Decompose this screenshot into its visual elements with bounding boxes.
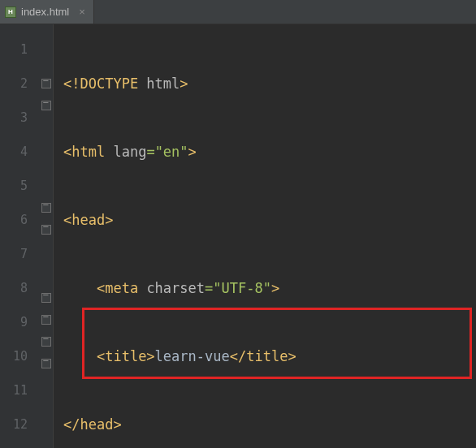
tab-bar: H index.html × [0, 0, 476, 24]
line-number: 11 [0, 373, 28, 407]
line-number: 4 [0, 135, 28, 169]
line-number: 12 [0, 407, 28, 442]
fold-toggle-icon[interactable] [41, 79, 51, 88]
line-number: 7 [0, 237, 28, 271]
fold-toggle-icon[interactable] [41, 315, 51, 325]
fold-toggle-icon[interactable] [41, 203, 51, 213]
html-file-icon: H [5, 6, 16, 18]
line-number: 6 [0, 203, 28, 237]
fold-toggle-icon[interactable] [41, 293, 51, 303]
code-line: <html lang="en"> [63, 135, 338, 169]
line-number: 5 [0, 169, 28, 203]
file-tab[interactable]: H index.html × [0, 0, 94, 24]
line-number: 9 [0, 305, 28, 339]
fold-toggle-icon[interactable] [41, 225, 51, 235]
line-number: 8 [0, 271, 28, 305]
code-editor[interactable]: 1 2 3 4 5 6 7 8 9 10 11 12 <!DOCTYPE htm… [0, 24, 476, 448]
code-area[interactable]: <!DOCTYPE html> <html lang="en"> <head> … [54, 24, 338, 448]
tab-filename: index.html [21, 6, 69, 18]
close-icon[interactable]: × [79, 6, 85, 18]
code-line: <head> [63, 203, 338, 237]
fold-toggle-icon[interactable] [41, 101, 51, 110]
line-number: 2 [0, 67, 28, 101]
line-number: 3 [0, 101, 28, 135]
line-number: 1 [0, 32, 28, 67]
code-line: </head> [63, 407, 338, 442]
fold-toggle-icon[interactable] [41, 337, 51, 347]
code-line: <meta charset="UTF-8"> [63, 271, 338, 305]
line-number-gutter: 1 2 3 4 5 6 7 8 9 10 11 12 [0, 24, 39, 448]
code-line: <title>learn-vue</title> [63, 339, 338, 373]
fold-toggle-icon[interactable] [41, 359, 51, 368]
fold-gutter [39, 24, 54, 448]
line-number: 10 [0, 339, 28, 373]
code-line: <!DOCTYPE html> [63, 67, 338, 101]
